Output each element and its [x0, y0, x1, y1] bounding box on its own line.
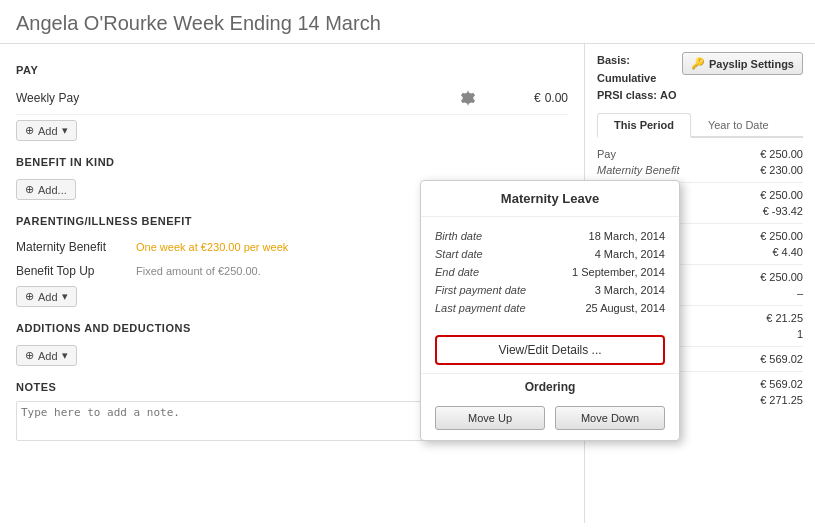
- tab-year-to-date[interactable]: Year to Date: [691, 113, 786, 136]
- employee-name: Angela O'Rourke: [16, 12, 168, 34]
- popup-row-end: End date 1 September, 2014: [435, 263, 665, 281]
- summary-v3-value: € 21.25: [766, 312, 803, 324]
- popup-end-value: 1 September, 2014: [572, 266, 665, 278]
- section-pay: PAY: [16, 64, 568, 76]
- add-benefit-plus-icon: ⊕: [25, 183, 34, 196]
- move-down-button[interactable]: Move Down: [555, 406, 665, 430]
- summary-maternity-value: € 230.00: [760, 164, 803, 176]
- add-additions-button[interactable]: ⊕ Add ▾: [16, 345, 77, 366]
- summary-maternity-label: Maternity Benefit: [597, 164, 680, 176]
- summary-v6-value: € 569.02: [760, 378, 803, 390]
- add-pay-button[interactable]: ⊕ Add ▾: [16, 120, 77, 141]
- summary-usc-gross-value: € 250.00: [760, 230, 803, 242]
- popup-row-birth: Birth date 18 March, 2014: [435, 227, 665, 245]
- period-label: Week Ending 14 March: [173, 12, 381, 34]
- add-additions-label: Add: [38, 350, 58, 362]
- summary-v2-value: –: [797, 287, 803, 299]
- section-benefit-in-kind: BENEFIT IN KIND: [16, 156, 568, 168]
- summary-usc-value: € 4.40: [772, 246, 803, 258]
- popup-last-payment-value: 25 August, 2014: [585, 302, 665, 314]
- popup-row-start: Start date 4 March, 2014: [435, 245, 665, 263]
- add-benefit-button[interactable]: ⊕ Add...: [16, 179, 76, 200]
- add-parenting-button[interactable]: ⊕ Add ▾: [16, 286, 77, 307]
- period-tabs: This Period Year to Date: [597, 113, 803, 138]
- payslip-btn-label: Payslip Settings: [709, 58, 794, 70]
- key-icon: 🔑: [691, 57, 705, 70]
- weekly-pay-label: Weekly Pay: [16, 91, 456, 105]
- add-parenting-dropdown-icon: ▾: [62, 290, 68, 303]
- summary-paye-gross-value: € 250.00: [760, 189, 803, 201]
- summary-pay-value: € 250.00: [760, 148, 803, 160]
- tab-this-period[interactable]: This Period: [597, 113, 691, 138]
- summary-v4-value: 1: [797, 328, 803, 340]
- popup-first-payment-value: 3 March, 2014: [595, 284, 665, 296]
- weekly-pay-row: Weekly Pay € 0.00: [16, 82, 568, 115]
- summary-v5-value: € 569.02: [760, 353, 803, 365]
- basis-label: Basis:: [597, 54, 630, 66]
- page-header: Angela O'Rourke Week Ending 14 March: [0, 0, 815, 44]
- popup-row-first-payment: First payment date 3 March, 2014: [435, 281, 665, 299]
- popup-move-buttons: Move Up Move Down: [421, 400, 679, 440]
- summary-row-maternity: Maternity Benefit € 230.00: [597, 162, 803, 178]
- add-pay-label: Add: [38, 125, 58, 137]
- prsi-label: PRSI class:: [597, 89, 657, 101]
- popup-last-payment-label: Last payment date: [435, 302, 526, 314]
- move-up-button[interactable]: Move Up: [435, 406, 545, 430]
- summary-v1-value: € 250.00: [760, 271, 803, 283]
- add-additions-dropdown-icon: ▾: [62, 349, 68, 362]
- summary-pay-label: Pay: [597, 148, 616, 160]
- add-pay-dropdown-icon: ▾: [62, 124, 68, 137]
- maternity-leave-popup: Maternity Leave Birth date 18 March, 201…: [420, 180, 680, 441]
- popup-row-last-payment: Last payment date 25 August, 2014: [435, 299, 665, 317]
- basis-row: Basis: Cumulative PRSI class: AO 🔑 Paysl…: [597, 52, 803, 105]
- add-parenting-label: Add: [38, 291, 58, 303]
- maternity-benefit-label: Maternity Benefit: [16, 240, 136, 254]
- basis-value: Cumulative: [597, 72, 656, 84]
- popup-birth-label: Birth date: [435, 230, 482, 242]
- popup-ordering-label: Ordering: [421, 373, 679, 400]
- popup-title: Maternity Leave: [421, 181, 679, 217]
- basis-info: Basis: Cumulative PRSI class: AO: [597, 52, 682, 105]
- popup-end-label: End date: [435, 266, 479, 278]
- weekly-pay-settings-icon[interactable]: [456, 86, 480, 110]
- popup-first-payment-label: First payment date: [435, 284, 526, 296]
- main-layout: PAY Weekly Pay € 0.00 ⊕ Add ▾ BENEFIT IN…: [0, 44, 815, 523]
- summary-row-pay: Pay € 250.00: [597, 146, 803, 162]
- summary-paye-value: € -93.42: [763, 205, 803, 217]
- add-benefit-label: Add...: [38, 184, 67, 196]
- add-pay-plus-icon: ⊕: [25, 124, 34, 137]
- summary-v7-value: € 271.25: [760, 394, 803, 406]
- popup-start-value: 4 March, 2014: [595, 248, 665, 260]
- prsi-value: AO: [660, 89, 677, 101]
- weekly-pay-value: € 0.00: [488, 91, 568, 105]
- add-additions-plus-icon: ⊕: [25, 349, 34, 362]
- popup-start-label: Start date: [435, 248, 483, 260]
- popup-birth-value: 18 March, 2014: [589, 230, 665, 242]
- page-title: Angela O'Rourke Week Ending 14 March: [16, 12, 381, 34]
- payslip-settings-button[interactable]: 🔑 Payslip Settings: [682, 52, 803, 75]
- add-parenting-plus-icon: ⊕: [25, 290, 34, 303]
- benefit-topup-label: Benefit Top Up: [16, 264, 136, 278]
- popup-body: Birth date 18 March, 2014 Start date 4 M…: [421, 217, 679, 327]
- view-edit-button[interactable]: View/Edit Details ...: [435, 335, 665, 365]
